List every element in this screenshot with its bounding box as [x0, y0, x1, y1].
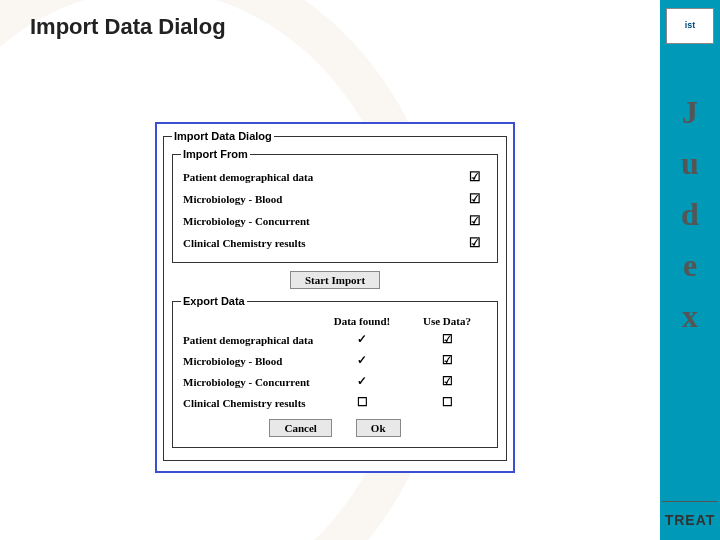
import-from-fieldset: Import From Patient demographical data ☑… — [172, 148, 498, 263]
dialog-fieldset: Import Data Dialog Import From Patient d… — [163, 130, 507, 461]
data-found-check-icon: ✓ — [317, 332, 407, 347]
export-header-spacer — [183, 315, 317, 327]
export-data-legend: Export Data — [181, 295, 247, 307]
import-data-dialog: Import Data Dialog Import From Patient d… — [155, 122, 515, 473]
brand-letter: u — [681, 145, 699, 182]
import-from-row: Patient demographical data ☑ — [181, 166, 489, 188]
brand-letter: d — [681, 196, 699, 233]
export-row-label: Microbiology - Blood — [183, 355, 317, 367]
use-data-checkbox[interactable]: ☑ — [407, 332, 487, 347]
dialog-title: Import Data Dialog — [172, 130, 274, 142]
sidebar: ist J u d e x TREAT — [660, 0, 720, 540]
export-row-label: Clinical Chemistry results — [183, 397, 317, 409]
brand-letter: J — [682, 94, 698, 131]
page-title: Import Data Dialog — [30, 14, 226, 40]
export-data-row: Patient demographical data ✓ ☑ — [181, 329, 489, 350]
brand-name-judex: J u d e x — [681, 94, 699, 335]
ist-logo: ist — [666, 8, 714, 44]
use-data-checkbox[interactable]: ☑ — [407, 374, 487, 389]
import-row-label: Clinical Chemistry results — [183, 237, 463, 249]
import-from-row: Clinical Chemistry results ☑ — [181, 232, 489, 254]
use-data-checkbox[interactable]: ☑ — [407, 353, 487, 368]
data-found-empty-icon: ☐ — [317, 395, 407, 410]
start-import-row: Start Import — [172, 267, 498, 295]
export-row-label: Microbiology - Concurrent — [183, 376, 317, 388]
checkbox-checked-icon[interactable]: ☑ — [463, 191, 487, 207]
sidebar-divider — [662, 501, 718, 502]
export-data-fieldset: Export Data Data found! Use Data? Patien… — [172, 295, 498, 448]
dialog-button-row: Cancel Ok — [181, 413, 489, 439]
checkbox-checked-icon[interactable]: ☑ — [463, 169, 487, 185]
import-row-label: Microbiology - Blood — [183, 193, 463, 205]
checkbox-checked-icon[interactable]: ☑ — [463, 213, 487, 229]
import-from-row: Microbiology - Blood ☑ — [181, 188, 489, 210]
brand-letter: x — [682, 298, 698, 335]
export-row-label: Patient demographical data — [183, 334, 317, 346]
export-data-row: Clinical Chemistry results ☐ ☐ — [181, 392, 489, 413]
import-row-label: Microbiology - Concurrent — [183, 215, 463, 227]
export-header-use: Use Data? — [407, 315, 487, 327]
export-data-row: Microbiology - Concurrent ✓ ☑ — [181, 371, 489, 392]
data-found-check-icon: ✓ — [317, 374, 407, 389]
start-import-button[interactable]: Start Import — [290, 271, 380, 289]
import-row-label: Patient demographical data — [183, 171, 463, 183]
export-data-row: Microbiology - Blood ✓ ☑ — [181, 350, 489, 371]
ok-button[interactable]: Ok — [356, 419, 401, 437]
cancel-button[interactable]: Cancel — [269, 419, 331, 437]
treat-logo: TREAT — [665, 512, 716, 528]
use-data-checkbox[interactable]: ☐ — [407, 395, 487, 410]
export-header-row: Data found! Use Data? — [181, 313, 489, 329]
checkbox-checked-icon[interactable]: ☑ — [463, 235, 487, 251]
data-found-check-icon: ✓ — [317, 353, 407, 368]
brand-letter: e — [683, 247, 697, 284]
import-from-row: Microbiology - Concurrent ☑ — [181, 210, 489, 232]
import-from-legend: Import From — [181, 148, 250, 160]
export-header-found: Data found! — [317, 315, 407, 327]
